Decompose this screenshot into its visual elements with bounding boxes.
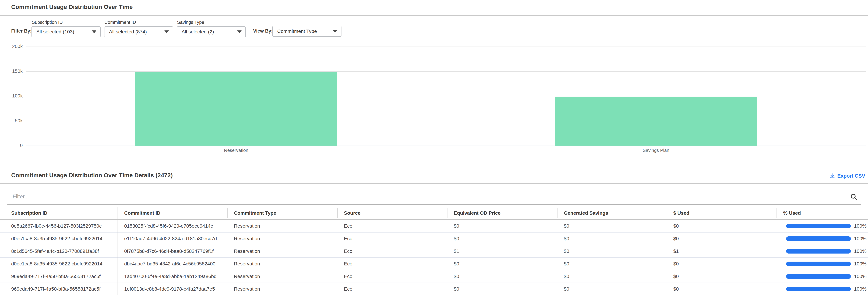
chevron-down-icon bbox=[333, 30, 337, 33]
y-axis-tick-label: 150k bbox=[2, 68, 23, 74]
export-csv-label: Export CSV bbox=[837, 173, 865, 179]
usage-progress-bar bbox=[786, 262, 851, 266]
cell-pct-used: 100% bbox=[776, 270, 868, 283]
subscription-id-dropdown-value: All selected (103) bbox=[36, 29, 74, 35]
cell-dollar-used: $0 bbox=[666, 283, 776, 295]
cell-commitment-type: Reservation bbox=[227, 245, 337, 257]
cell-commitment-type: Reservation bbox=[227, 258, 337, 270]
chart-gridline bbox=[26, 71, 866, 72]
view-by-dropdown-value: Commitment Type bbox=[277, 29, 317, 34]
subscription-id-filter-group: Subscription ID All selected (103) bbox=[31, 20, 101, 37]
chart-gridline bbox=[26, 146, 866, 146]
view-by-dropdown[interactable]: Commitment Type bbox=[272, 26, 341, 37]
column-header-subscription-id: Subscription ID bbox=[0, 207, 118, 219]
bar-reservation bbox=[135, 72, 337, 146]
savings-type-dropdown-value: All selected (2) bbox=[182, 29, 214, 35]
chevron-down-icon bbox=[164, 30, 169, 33]
chevron-down-icon bbox=[92, 30, 96, 33]
cell-generated-savings: $0 bbox=[557, 283, 666, 295]
usage-progress-bar bbox=[786, 249, 851, 254]
table-row: d0ec1ca8-8a35-4935-9622-cbefc9922014 dbc… bbox=[0, 258, 868, 270]
cell-generated-savings: $0 bbox=[557, 270, 666, 283]
cell-pct-used: 100% bbox=[776, 258, 868, 270]
commitment-id-filter-label: Commitment ID bbox=[104, 20, 173, 25]
cell-generated-savings: $0 bbox=[557, 220, 666, 232]
cell-source: Eco bbox=[337, 220, 447, 232]
usage-percent-label: 100% bbox=[854, 245, 867, 257]
x-axis-category-label: Savings Plan bbox=[603, 148, 709, 153]
cell-commitment-type: Reservation bbox=[227, 283, 337, 295]
x-axis-category-label: Reservation bbox=[184, 148, 289, 153]
y-axis-tick-label: 0 bbox=[2, 143, 23, 148]
column-header-commitment-id: Commitment ID bbox=[118, 207, 227, 219]
cell-subscription-id: d0ec1ca8-8a35-4935-9622-cbefc9922014 bbox=[0, 233, 118, 245]
usage-progress-bar bbox=[786, 274, 851, 279]
subscription-id-filter-label: Subscription ID bbox=[32, 20, 101, 25]
cell-commitment-type: Reservation bbox=[227, 233, 337, 245]
view-by-label: View By: bbox=[253, 28, 273, 34]
cell-commitment-id: 1ad40700-6f4e-4a3d-abba-1ab1249a86bd bbox=[118, 270, 227, 283]
usage-progress-bar bbox=[786, 224, 851, 228]
commitment-id-dropdown[interactable]: All selected (874) bbox=[104, 26, 173, 37]
y-axis-tick-label: 100k bbox=[2, 93, 23, 99]
cell-dollar-used: $0 bbox=[666, 258, 776, 270]
title-divider bbox=[0, 15, 868, 16]
details-title: Commitment Usage Distribution Over Time … bbox=[11, 172, 173, 179]
y-axis-tick-label: 50k bbox=[2, 118, 23, 123]
cell-pct-used: 100% bbox=[776, 233, 868, 245]
commitment-id-filter-group: Commitment ID All selected (874) bbox=[104, 20, 173, 37]
cell-pct-used: 100% bbox=[776, 220, 868, 232]
cell-generated-savings: $0 bbox=[557, 245, 666, 257]
cell-source: Eco bbox=[337, 270, 447, 283]
view-by-group: Commitment Type bbox=[272, 26, 341, 37]
export-csv-button[interactable]: Export CSV bbox=[829, 173, 865, 179]
usage-progress-bar bbox=[786, 236, 851, 241]
savings-type-filter-label: Savings Type bbox=[177, 20, 246, 25]
cell-equivalent-od-price: $0 bbox=[447, 220, 557, 232]
table-row: 0e5a2667-fb0c-4456-b127-503f2529750c 015… bbox=[0, 220, 868, 233]
column-header-generated-savings: Generated Savings bbox=[557, 207, 666, 219]
column-header-commitment-type: Commitment Type bbox=[227, 207, 337, 219]
y-axis-tick-label: 200k bbox=[2, 44, 23, 49]
commitment-usage-bar-chart: 050k100k150k200kReservationSavings Plan bbox=[0, 44, 868, 156]
cell-dollar-used: $1 bbox=[666, 245, 776, 257]
column-header-dollar-used: $ Used bbox=[666, 207, 776, 219]
savings-type-dropdown[interactable]: All selected (2) bbox=[177, 26, 246, 37]
cell-equivalent-od-price: $0 bbox=[447, 270, 557, 283]
cell-source: Eco bbox=[337, 245, 447, 257]
cell-subscription-id: 969eda49-717f-4a50-bf3a-56558172ac5f bbox=[0, 283, 118, 295]
cell-generated-savings: $0 bbox=[557, 258, 666, 270]
table-header-row: Subscription ID Commitment ID Commitment… bbox=[0, 207, 868, 220]
savings-type-filter-group: Savings Type All selected (2) bbox=[177, 20, 246, 37]
cell-subscription-id: 0e5a2667-fb0c-4456-b127-503f2529750c bbox=[0, 220, 118, 232]
cell-source: Eco bbox=[337, 233, 447, 245]
cell-subscription-id: 969eda49-717f-4a50-bf3a-56558172ac5f bbox=[0, 270, 118, 283]
table-filter-input[interactable] bbox=[7, 188, 861, 205]
cell-dollar-used: $0 bbox=[666, 233, 776, 245]
details-table: Subscription ID Commitment ID Commitment… bbox=[0, 207, 868, 295]
cell-dollar-used: $0 bbox=[666, 270, 776, 283]
cell-equivalent-od-price: $0 bbox=[447, 283, 557, 295]
cell-subscription-id: d0ec1ca8-8a35-4935-9622-cbefc9922014 bbox=[0, 258, 118, 270]
chevron-down-icon bbox=[237, 30, 242, 33]
usage-progress-bar bbox=[786, 287, 851, 291]
commitment-id-dropdown-value: All selected (874) bbox=[109, 29, 147, 35]
usage-percent-label: 100% bbox=[854, 258, 867, 270]
table-filter-wrap bbox=[7, 188, 861, 205]
cell-commitment-id: 0153025f-fcd8-45f6-9429-e705ece9414c bbox=[118, 220, 227, 232]
table-row: 969eda49-717f-4a50-bf3a-56558172ac5f 1ad… bbox=[0, 270, 868, 283]
filter-by-label: Filter By: bbox=[11, 28, 32, 34]
cell-commitment-id: e1110ad7-4d96-4d22-824a-d181a80ecd7d bbox=[118, 233, 227, 245]
column-header-source: Source bbox=[337, 207, 447, 219]
cell-subscription-id: 8c1d5645-5fef-4a4c-b120-7708891fa38f bbox=[0, 245, 118, 257]
usage-percent-label: 100% bbox=[854, 233, 867, 245]
cell-commitment-type: Reservation bbox=[227, 220, 337, 232]
column-header-pct-used: % Used bbox=[776, 207, 868, 219]
cell-equivalent-od-price: $0 bbox=[447, 258, 557, 270]
usage-percent-label: 100% bbox=[854, 270, 867, 283]
cell-source: Eco bbox=[337, 258, 447, 270]
usage-percent-label: 100% bbox=[854, 283, 867, 295]
search-icon bbox=[850, 193, 858, 201]
cell-commitment-id: 0f7875b8-d7c6-46d4-baa8-d58247769f1f bbox=[118, 245, 227, 257]
subscription-id-dropdown[interactable]: All selected (103) bbox=[31, 26, 101, 37]
